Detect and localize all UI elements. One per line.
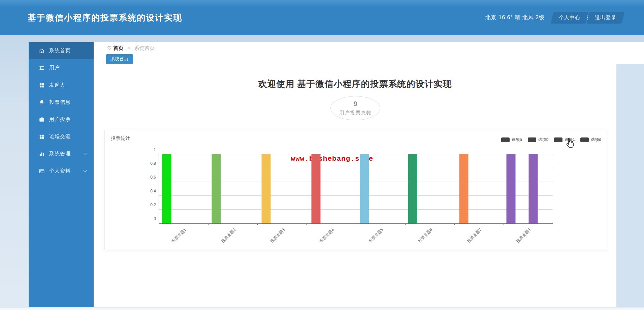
legend-swatch [554, 137, 562, 142]
x-axis-tick [504, 223, 504, 225]
bar-投票主题2[interactable] [212, 154, 221, 223]
bar-投票主题3[interactable] [261, 154, 270, 223]
sidebar: 系统首页用户发起人投票信息用户投票论坛交流系统管理个人资料 [29, 42, 94, 307]
sidebar-item-vote-info[interactable]: 投票信息 [29, 94, 94, 111]
sidebar-item-label: 发起人 [49, 82, 65, 88]
sidebar-item-home[interactable]: 系统首页 [29, 42, 94, 59]
legend-label: 选项a [512, 137, 522, 143]
bar-投票主题8[interactable] [507, 154, 516, 223]
stat-label: 用户投票总数 [339, 110, 372, 116]
page-title: 基于微信小程序的投票系统的设计实现 [28, 12, 182, 23]
breadcrumb-separator-icon: ≡ [127, 45, 130, 51]
briefcase-icon [39, 117, 45, 123]
legend-item-b[interactable]: 选项b [528, 137, 549, 143]
chevron-down-icon [84, 152, 87, 155]
sidebar-item-profile[interactable]: 个人资料 [29, 162, 94, 180]
sidebar-item-label: 投票信息 [49, 99, 71, 105]
legend-label: 选项d [591, 137, 601, 143]
x-axis-category-label: 投票主题4 [318, 227, 335, 244]
sliders-icon [39, 65, 45, 71]
x-axis-tick [159, 223, 159, 225]
breadcrumb: ♡ 首页 ≡ 系统首页 [94, 42, 644, 54]
bar-chart-plot: www.bishebang.site 00.20.40.60.81投票主题1投票… [159, 154, 553, 224]
chart-legend: 选项a选项b选项c选项d [501, 137, 601, 143]
legend-swatch [528, 137, 536, 142]
sidebar-item-system-manage[interactable]: 系统管理 [29, 145, 94, 162]
sidebar-item-forum[interactable]: 论坛交流 [29, 128, 94, 145]
x-axis-tick [356, 223, 356, 225]
bell-icon [39, 99, 45, 105]
x-axis-tick [553, 223, 553, 225]
sidebar-item-label: 用户 [49, 65, 60, 71]
legend-item-a[interactable]: 选项a [501, 137, 522, 143]
header-right: 北京 16.6° 晴 北风 2级 个人中心 退出登录 [485, 12, 623, 24]
bar-投票主题5[interactable] [360, 154, 369, 223]
app-header: 基于微信小程序的投票系统的设计实现 北京 16.6° 晴 北风 2级 个人中心 … [0, 0, 644, 35]
bar-投票主题7[interactable] [459, 154, 468, 223]
chevron-down-icon [84, 169, 87, 172]
y-axis-tick-label: 1 [142, 147, 156, 152]
header-actions: 个人中心 退出登录 [552, 12, 623, 24]
bar-投票主题1[interactable] [162, 154, 171, 223]
x-axis-category-label: 投票主题1 [170, 227, 188, 244]
sidebar-item-initiator[interactable]: 发起人 [29, 76, 94, 94]
sidebar-item-user-vote[interactable]: 用户投票 [29, 111, 94, 128]
sidebar-item-label: 系统首页 [49, 48, 71, 54]
y-axis-tick-label: 0.4 [142, 189, 156, 193]
stat-total-votes: 9 用户投票总数 [330, 96, 380, 120]
y-axis-tick-label: 0.6 [142, 175, 156, 180]
sidebar-item-users[interactable]: 用户 [29, 59, 94, 76]
y-axis-tick-label: 0 [142, 216, 156, 221]
x-axis-category-label: 投票主题2 [220, 227, 237, 244]
x-axis-tick [257, 223, 258, 225]
x-axis-category-label: 投票主题3 [269, 227, 286, 244]
breadcrumb-home[interactable]: 首页 [113, 45, 123, 52]
bar-投票主题6[interactable] [408, 154, 417, 223]
app-root: 基于微信小程序的投票系统的设计实现 北京 16.6° 晴 北风 2级 个人中心 … [0, 0, 644, 310]
grid-icon [39, 82, 45, 88]
logout-label: 退出登录 [595, 14, 616, 21]
x-axis-category-label: 投票主题6 [417, 227, 434, 244]
topbar: ♡ 首页 ≡ 系统首页 系统首页 [94, 42, 644, 64]
breadcrumb-current: 系统首页 [134, 45, 155, 52]
x-axis-tick [454, 223, 455, 225]
x-axis-tick [307, 223, 307, 225]
legend-swatch [501, 137, 510, 142]
legend-item-d[interactable]: 选项d [580, 137, 601, 143]
chart-title: 投票统计 [111, 135, 130, 142]
main-content: 欢迎使用 基于微信小程序的投票系统的设计实现 9 用户投票总数 投票统计 选项a… [94, 64, 616, 307]
legend-label: 选项b [538, 137, 549, 143]
home-icon [39, 48, 45, 54]
y-axis-tick-label: 0.8 [142, 161, 156, 166]
tab-system-home[interactable]: 系统首页 [106, 54, 133, 64]
sidebar-item-label: 论坛交流 [49, 133, 71, 140]
weather-info: 北京 16.6° 晴 北风 2级 [485, 14, 545, 21]
profile-center-label: 个人中心 [559, 14, 580, 21]
x-axis-category-label: 投票主题7 [466, 227, 483, 244]
right-background-strip [616, 64, 644, 307]
y-axis-tick-label: 0.2 [142, 203, 156, 207]
bar-chart-icon [39, 151, 45, 157]
horizontal-scrollbar[interactable] [0, 307, 644, 310]
x-axis-tick [208, 223, 208, 225]
cursor-pointer-icon [565, 137, 575, 149]
sidebar-item-label: 系统管理 [49, 151, 71, 157]
stat-value: 9 [353, 100, 357, 108]
legend-swatch [580, 137, 589, 142]
x-axis-category-label: 投票主题5 [367, 227, 385, 244]
sidebar-item-label: 用户投票 [49, 116, 71, 123]
bar-投票主题4[interactable] [312, 154, 321, 223]
heart-icon: ♡ [107, 45, 111, 51]
x-axis-category-label: 投票主题8 [515, 227, 532, 244]
welcome-title: 欢迎使用 基于微信小程序的投票系统的设计实现 [94, 78, 616, 90]
id-card-icon [39, 168, 45, 174]
tab-bar: 系统首页 [94, 54, 644, 64]
x-axis-tick [405, 223, 406, 225]
sidebar-item-label: 个人资料 [49, 168, 71, 174]
logout-button[interactable]: 退出登录 [587, 12, 625, 24]
profile-center-button[interactable]: 个人中心 [551, 12, 589, 24]
grid-icon [39, 134, 45, 140]
vote-statistics-card: 投票统计 选项a选项b选项c选项d www.bishebang.site 00.… [104, 130, 607, 250]
bar-投票主题8[interactable] [528, 154, 538, 223]
